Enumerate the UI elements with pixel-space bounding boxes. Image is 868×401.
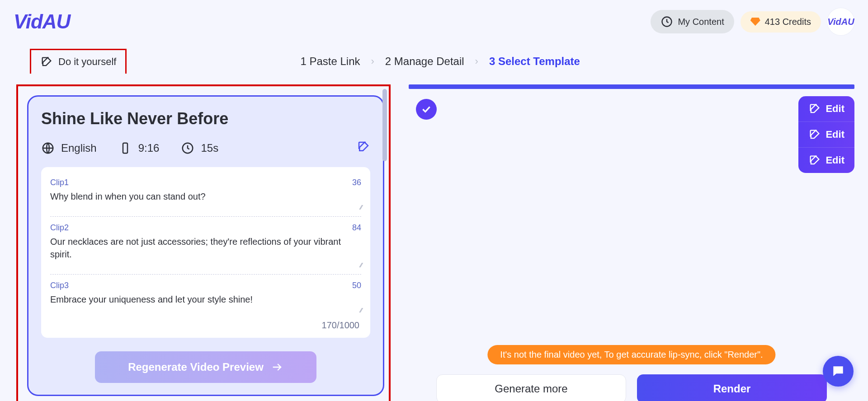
resize-handle-icon[interactable]: ⁄⁄	[50, 261, 361, 269]
my-content-label: My Content	[678, 17, 724, 27]
chevron-right-icon: ›	[371, 56, 374, 67]
credits-label: 413 Credits	[765, 17, 811, 27]
clip-label: Clip3	[50, 281, 69, 290]
main-area: Shine Like Never Before English 9:16 15s	[0, 84, 868, 401]
chevron-right-icon: ›	[475, 56, 478, 67]
credits-button[interactable]: 413 Credits	[741, 11, 821, 33]
resize-handle-icon[interactable]: ⁄⁄	[50, 307, 361, 314]
preview-selected-check[interactable]	[416, 99, 437, 120]
script-card: Shine Like Never Before English 9:16 15s	[27, 95, 384, 396]
clock-icon	[181, 141, 194, 155]
workflow-steps: Do it yourself 1 Paste Link › 2 Manage D…	[0, 40, 868, 84]
language-label: English	[61, 142, 97, 154]
portrait-icon	[118, 141, 132, 155]
chat-icon	[831, 364, 845, 378]
edit-icon	[808, 128, 821, 141]
preview-actions: Generate more Render	[436, 374, 827, 401]
resize-handle-icon[interactable]: ⁄⁄	[50, 204, 361, 211]
script-title: Shine Like Never Before	[41, 109, 370, 128]
clip-char-count: 50	[352, 281, 361, 290]
step-select-template[interactable]: 3 Select Template	[489, 55, 580, 68]
clip-item[interactable]: Clip1 36 Why blend in when you can stand…	[50, 174, 361, 216]
diy-tab[interactable]: Do it yourself	[30, 49, 127, 74]
clip-label: Clip1	[50, 178, 69, 187]
clock-icon	[660, 15, 673, 28]
generate-more-button[interactable]: Generate more	[436, 374, 626, 401]
aspect-selector[interactable]: 9:16	[118, 141, 160, 155]
render-button[interactable]: Render	[637, 374, 827, 401]
regenerate-label: Regenerate Video Preview	[128, 361, 264, 373]
step-paste-link[interactable]: 1 Paste Link	[300, 55, 360, 68]
header-actions: My Content 413 Credits VidAU	[651, 8, 854, 35]
check-icon	[420, 103, 432, 115]
clips-list: Clip1 36 Why blend in when you can stand…	[41, 167, 370, 338]
app-header: VidAU My Content 413 Credits VidAU	[0, 0, 868, 40]
globe-icon	[41, 141, 55, 155]
clip-item[interactable]: Clip3 50 Embrace your uniqueness and let…	[50, 274, 361, 319]
char-total: 170/1000	[50, 319, 361, 334]
my-content-button[interactable]: My Content	[651, 10, 734, 33]
arrow-right-icon	[271, 361, 283, 373]
clip-text[interactable]: Embrace your uniqueness and let your sty…	[50, 293, 361, 306]
clip-item[interactable]: Clip2 84 Our necklaces are not just acce…	[50, 216, 361, 274]
edit-variant-button[interactable]: Edit	[798, 147, 854, 173]
clip-label: Clip2	[50, 223, 69, 233]
aspect-label: 9:16	[138, 142, 160, 154]
clip-char-count: 36	[352, 178, 361, 187]
preview-panel: Edit Edit Edit It's not the final video …	[409, 84, 854, 401]
scrollbar-thumb[interactable]	[382, 89, 387, 161]
duration-label: 15s	[201, 142, 218, 154]
progress-bar	[409, 84, 854, 89]
account-avatar[interactable]: VidAU	[827, 8, 854, 35]
edit-script-button[interactable]	[357, 140, 370, 156]
edit-square-icon	[40, 56, 53, 68]
chat-fab[interactable]	[823, 356, 854, 387]
step-manage-detail[interactable]: 2 Manage Detail	[385, 55, 464, 68]
edit-variant-button[interactable]: Edit	[798, 121, 854, 147]
regenerate-preview-button[interactable]: Regenerate Video Preview	[95, 351, 316, 383]
edit-label: Edit	[826, 103, 844, 115]
diy-tab-label: Do it yourself	[58, 56, 116, 68]
render-hint: It's not the final video yet, To get acc…	[487, 345, 775, 364]
clip-text[interactable]: Why blend in when you can stand out?	[50, 190, 361, 203]
edit-variant-button[interactable]: Edit	[798, 96, 854, 121]
svg-rect-2	[123, 143, 127, 154]
edit-icon	[808, 154, 821, 167]
clip-text[interactable]: Our necklaces are not just accessories; …	[50, 235, 361, 261]
edit-buttons-stack: Edit Edit Edit	[798, 96, 854, 173]
diamond-icon	[750, 18, 760, 26]
duration-selector[interactable]: 15s	[181, 141, 218, 155]
edit-icon	[357, 140, 370, 154]
script-panel: Shine Like Never Before English 9:16 15s	[16, 84, 391, 401]
brand-logo[interactable]: VidAU	[14, 10, 70, 33]
script-meta: English 9:16 15s	[41, 140, 370, 156]
edit-label: Edit	[826, 129, 844, 140]
clip-char-count: 84	[352, 223, 361, 233]
language-selector[interactable]: English	[41, 141, 97, 155]
edit-icon	[808, 103, 821, 115]
edit-label: Edit	[826, 154, 844, 166]
